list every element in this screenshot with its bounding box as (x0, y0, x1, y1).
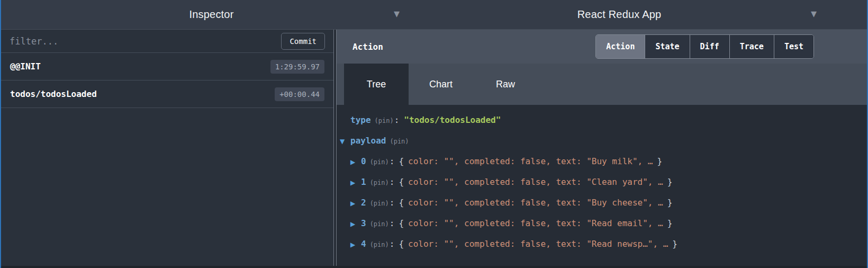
pin-toggle[interactable]: (pin) (370, 241, 389, 248)
tree-item-3: ▶3(pin):{color: "", completed: false, te… (337, 213, 862, 234)
action-detail-panel: Action Action State Diff Trace Test Tree… (337, 30, 867, 268)
detail-header: Action Action State Diff Trace Test (337, 30, 867, 64)
tree-item-index[interactable]: 1 (361, 177, 366, 187)
chevron-down-icon: ▾ (394, 8, 400, 20)
top-bar: Inspector ▾ React Redux App ▾ (1, 0, 867, 29)
subtab-raw[interactable]: Raw (473, 64, 538, 105)
pin-toggle[interactable]: (pin) (370, 220, 389, 228)
item-preview: color: "", completed: false, text: "Clea… (408, 177, 663, 187)
brace-close: } (672, 239, 677, 249)
tree-value-type: "todos/todosLoaded" (404, 115, 501, 125)
item-preview: color: "", completed: false, text: "Buy … (408, 156, 653, 166)
tab-action[interactable]: Action (596, 35, 645, 58)
detail-header-label: Action (352, 42, 383, 52)
tree-item-index[interactable]: 4 (361, 239, 366, 249)
monitor-selector-label: Inspector (189, 8, 233, 21)
expand-arrow-icon[interactable]: ▶ (350, 194, 361, 213)
brace-open: { (399, 239, 404, 249)
view-subtab-bar: Tree Chart Raw (337, 64, 867, 105)
tree-item-2: ▶2(pin):{color: "", completed: false, te… (337, 193, 862, 213)
action-list-panel: Commit @@INIT 1:29:59.97 todos/todosLoad… (1, 30, 333, 268)
subtab-tree[interactable]: Tree (344, 64, 409, 105)
redux-devtools-window: Inspector ▾ React Redux App ▾ Commit @@I… (0, 0, 868, 268)
action-time-badge: 1:29:59.97 (270, 60, 324, 74)
colon: : (394, 115, 400, 125)
instance-selector-dropdown[interactable]: React Redux App ▾ (422, 0, 867, 29)
pin-toggle[interactable]: (pin) (375, 117, 394, 124)
item-preview: color: "", completed: false, text: "Read… (408, 218, 663, 228)
brace-close: } (657, 156, 662, 166)
brace-open: { (399, 156, 404, 166)
pin-toggle[interactable]: (pin) (370, 158, 389, 166)
tab-state[interactable]: State (645, 35, 690, 58)
tree-item-4: ▶4(pin):{color: "", completed: false, te… (337, 234, 862, 255)
brace-open: { (399, 198, 404, 208)
colon: : (390, 218, 395, 228)
action-row-todos-loaded[interactable]: todos/todosLoaded +00:00.44 (1, 81, 333, 108)
tab-test[interactable]: Test (774, 35, 813, 58)
filter-input[interactable] (10, 36, 275, 47)
brace-close: } (667, 198, 673, 208)
expand-arrow-icon[interactable]: ▶ (350, 235, 361, 255)
action-label: @@INIT (10, 61, 41, 72)
tab-trace[interactable]: Trace (730, 35, 774, 58)
expand-arrow-icon[interactable]: ▶ (350, 173, 361, 193)
tree-row-type: type(pin):"todos/todosLoaded" (337, 110, 862, 131)
colon: : (390, 198, 395, 208)
main-split: Commit @@INIT 1:29:59.97 todos/todosLoad… (1, 29, 867, 268)
colon: : (390, 177, 395, 187)
pin-toggle[interactable]: (pin) (390, 138, 409, 145)
action-time-badge: +00:00.44 (275, 87, 324, 101)
brace-open: { (399, 177, 404, 187)
brace-close: } (667, 177, 673, 187)
colon: : (390, 156, 395, 166)
expand-arrow-icon[interactable]: ▶ (350, 153, 361, 172)
pin-toggle[interactable]: (pin) (370, 200, 389, 207)
tree-item-index[interactable]: 2 (361, 198, 366, 208)
window-bottom-edge (1, 266, 867, 268)
brace-open: { (399, 218, 404, 228)
filter-bar: Commit (1, 30, 333, 53)
tab-diff[interactable]: Diff (690, 35, 730, 58)
chevron-down-icon: ▾ (811, 8, 817, 20)
subtab-chart[interactable]: Chart (409, 64, 473, 105)
item-preview: color: "", completed: false, text: "Read… (408, 239, 668, 249)
expand-arrow-icon[interactable]: ▶ (350, 215, 361, 234)
monitor-selector-dropdown[interactable]: Inspector ▾ (1, 0, 422, 29)
action-row-init[interactable]: @@INIT 1:29:59.97 (1, 53, 333, 81)
tree-item-0: ▶0(pin):{color: "", completed: false, te… (337, 151, 862, 172)
item-preview: color: "", completed: false, text: "Buy … (408, 198, 663, 208)
detail-tab-group: Action State Diff Trace Test (595, 34, 814, 59)
tree-key-type[interactable]: type (350, 115, 371, 125)
tree-item-index[interactable]: 0 (361, 156, 366, 166)
action-label: todos/todosLoaded (10, 89, 97, 99)
commit-button[interactable]: Commit (281, 33, 325, 50)
tree-item-1: ▶1(pin):{color: "", completed: false, te… (337, 172, 862, 193)
action-json-tree: type(pin):"todos/todosLoaded" ▼payload(p… (337, 105, 867, 268)
tree-key-payload[interactable]: payload (350, 136, 386, 146)
colon: : (390, 239, 395, 249)
instance-selector-label: React Redux App (577, 8, 662, 21)
tree-item-index[interactable]: 3 (361, 218, 366, 228)
pin-toggle[interactable]: (pin) (370, 179, 389, 186)
tree-row-payload: ▼payload(pin) (337, 131, 862, 151)
brace-close: } (667, 218, 673, 228)
collapse-arrow-icon[interactable]: ▼ (340, 132, 350, 151)
